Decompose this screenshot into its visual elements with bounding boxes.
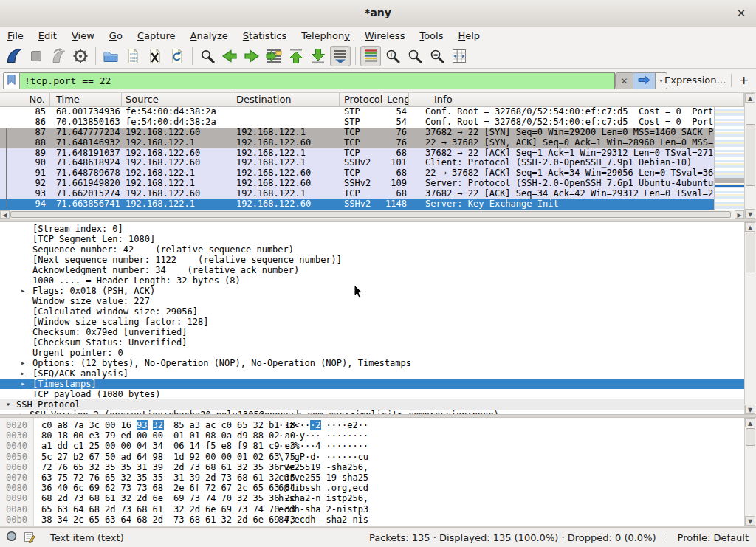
ascii-char[interactable]: · (342, 441, 347, 451)
zoom-out-button[interactable]: − (405, 46, 425, 66)
ascii-char[interactable]: · (278, 420, 284, 430)
packet-row-86[interactable]: 8670.013850163fe:54:00:d4:38:2aSTP54Conf… (0, 117, 714, 128)
packet-row-88[interactable]: 8871.648146932192.168.122.1192.168.122.6… (0, 138, 714, 148)
ascii-char[interactable]: , (347, 483, 352, 493)
hex-byte[interactable]: 35 (105, 462, 116, 472)
ascii-char[interactable]: · (278, 430, 284, 441)
hex-byte[interactable]: 32 (237, 462, 248, 472)
hex-byte[interactable]: 14 (190, 441, 201, 451)
start-capture-button[interactable] (4, 46, 24, 66)
hex-byte[interactable]: 34 (58, 515, 69, 525)
ascii-char[interactable]: p (342, 493, 347, 503)
ascii-char[interactable]: · (315, 452, 320, 462)
ascii-char[interactable]: e (352, 483, 357, 493)
ascii-char[interactable]: · (326, 430, 331, 441)
hex-byte[interactable]: 68 (137, 515, 148, 525)
hex-byte[interactable]: 69 (221, 504, 233, 515)
ascii-char[interactable]: - (315, 515, 320, 525)
ascii-char[interactable]: c (358, 483, 363, 493)
hex-byte[interactable]: 73 (237, 504, 248, 515)
scrollbar-thumb[interactable] (746, 233, 755, 272)
ascii-char[interactable]: · (358, 420, 363, 430)
close-window-button[interactable]: ✕ (734, 6, 749, 21)
hex-byte[interactable]: 01 (237, 452, 248, 462)
hex-byte[interactable]: 61 (153, 504, 164, 515)
ascii-char[interactable]: · (352, 441, 357, 451)
hex-byte[interactable]: f5 (205, 441, 216, 451)
hex-byte[interactable]: e3 (89, 430, 100, 441)
hex-byte[interactable]: 31 (173, 472, 185, 483)
ascii-char[interactable]: 1 (326, 472, 331, 483)
hex-byte[interactable]: c1 (73, 441, 84, 451)
detail-line[interactable]: [Next sequence number: 1122 (relative se… (0, 255, 744, 265)
hex-byte[interactable]: 2d (58, 493, 69, 503)
ascii-char[interactable]: ' (284, 452, 289, 462)
hex-byte[interactable]: 2c (237, 483, 248, 493)
ascii-char[interactable]: , (363, 493, 368, 503)
detail-line[interactable]: [Calculated window size: 29056] (0, 306, 744, 317)
hex-byte[interactable]: a8 (58, 420, 69, 430)
detail-line[interactable]: ▸[Timestamps] (0, 379, 744, 389)
ascii-char[interactable]: a (300, 493, 305, 503)
ascii-char[interactable]: 2 (347, 462, 352, 472)
hex-byte[interactable]: 06 (173, 441, 185, 451)
hex-byte[interactable]: 61 (221, 462, 233, 472)
ascii-char[interactable]: · (331, 441, 337, 451)
collapsed-arrow-icon[interactable]: ▸ (21, 358, 25, 368)
ascii-char[interactable]: t (337, 493, 342, 503)
ascii-char[interactable]: e (278, 504, 284, 515)
hex-byte[interactable]: 6c (73, 483, 84, 493)
hex-byte[interactable]: 04 (137, 441, 148, 451)
ascii-char[interactable]: e (289, 462, 294, 472)
hex-byte[interactable]: 6e (253, 515, 264, 525)
ascii-char[interactable]: - (347, 515, 352, 525)
hex-byte[interactable]: 65 (105, 472, 116, 483)
ascii-char[interactable]: 6 (358, 493, 363, 503)
capture-comment-button[interactable] (24, 531, 35, 545)
open-file-button[interactable] (100, 46, 121, 66)
detail-line[interactable]: Acknowledgment number: 34 (relative ack … (0, 265, 744, 275)
ascii-char[interactable]: e (295, 515, 300, 525)
hex-byte[interactable]: 61 (253, 472, 264, 483)
hex-byte[interactable]: 35 (253, 493, 264, 503)
hex-byte[interactable]: 2d (105, 504, 116, 515)
ascii-char[interactable]: 1 (310, 462, 315, 472)
hex-byte[interactable]: 68 (41, 493, 52, 503)
column-header-length[interactable]: Length (382, 93, 409, 106)
menu-tools[interactable]: Tools (412, 29, 450, 43)
reload-file-button[interactable] (167, 46, 188, 66)
scroll-up-icon[interactable]: ▲ (745, 93, 755, 103)
ascii-char[interactable]: · (310, 441, 315, 451)
ascii-char[interactable]: - (300, 504, 305, 515)
hex-byte[interactable]: 00 (105, 420, 116, 430)
ascii-char[interactable]: · (326, 441, 331, 451)
filter-clear-button[interactable]: ✕ (615, 72, 633, 89)
packet-row-90[interactable]: 9071.648618924192.168.122.60192.168.122.… (0, 158, 714, 168)
hex-byte[interactable]: c0 (221, 420, 233, 430)
hex-byte[interactable]: 67 (221, 483, 233, 493)
hex-byte[interactable]: 74 (253, 504, 264, 515)
hex-byte[interactable]: 62 (105, 483, 116, 493)
hex-byte[interactable]: 2d (237, 515, 248, 525)
scrollbar-thumb[interactable] (10, 211, 731, 218)
ascii-char[interactable]: n (352, 515, 357, 525)
restart-capture-button[interactable] (48, 46, 69, 66)
zoom-normal-button[interactable]: = (427, 46, 447, 66)
ascii-char[interactable]: s (305, 483, 310, 493)
hex-byte[interactable]: 2e (173, 483, 185, 493)
scroll-down-icon[interactable]: ▼ (745, 209, 755, 219)
ascii-char[interactable]: g (342, 483, 347, 493)
detail-line[interactable]: ▸Options: (12 bytes), No-Operation (NOP)… (0, 358, 744, 368)
scroll-up-icon[interactable]: ▲ (745, 418, 755, 427)
hex-byte[interactable]: 76 (89, 472, 100, 483)
packet-row-87[interactable]: 8771.647777234192.168.122.60192.168.122.… (0, 128, 714, 138)
ascii-char[interactable]: · (305, 430, 310, 441)
hex-byte[interactable]: 38 (41, 515, 52, 525)
ascii-char[interactable]: h (295, 504, 300, 515)
ascii-char[interactable]: · (284, 420, 289, 430)
detail-line[interactable]: ▸[SEQ/ACK analysis] (0, 368, 744, 379)
hex-byte[interactable]: 00 (205, 452, 216, 462)
ascii-char[interactable]: · (342, 420, 347, 430)
ascii-char[interactable]: · (358, 441, 363, 451)
ascii-char[interactable]: 6 (278, 483, 284, 493)
